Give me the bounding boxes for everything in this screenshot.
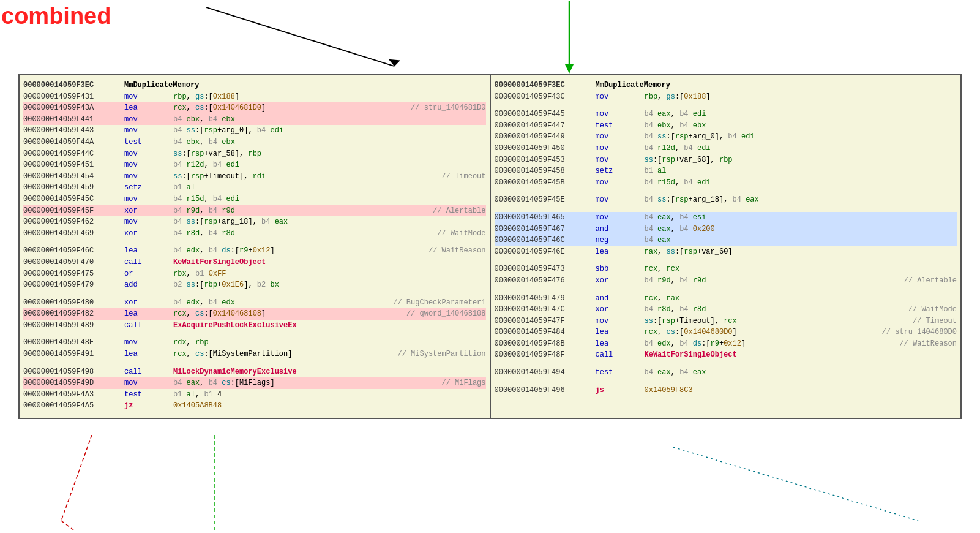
table-row: 000000014059F450movb4 r12d, b4 edi [495, 143, 957, 154]
code-addr: 000000014059F4A5 [23, 400, 124, 412]
code-addr: 000000014059F45B [495, 177, 596, 189]
code-addr: 000000014059F445 [495, 108, 596, 120]
code-operands: b4 ebx, b4 ebx [645, 120, 957, 132]
code-addr: 000000014059F462 [23, 216, 124, 228]
code-mnemonic: setz [596, 165, 645, 177]
table-row: 000000014059F445movb4 eax, b4 edi [495, 108, 957, 120]
code-operands: b4 ebx, b4 ebx [173, 114, 486, 126]
table-row [495, 206, 957, 212]
code-comment: // WaitReason [899, 338, 957, 350]
code-addr: 000000014059F441 [23, 114, 124, 126]
code-addr: 000000014059F431 [23, 91, 124, 103]
table-row: 000000014059F484learcx, cs:[0x1404680D0]… [495, 327, 957, 338]
code-mnemonic: mov [124, 159, 173, 171]
code-mnemonic: call [124, 366, 173, 378]
table-row: 000000014059F494testb4 eax, b4 eax [495, 367, 957, 379]
code-addr: 000000014059F469 [23, 228, 124, 240]
code-mnemonic: setz [124, 182, 173, 194]
code-addr: 000000014059F494 [495, 367, 596, 379]
code-comment: // Alertable [904, 275, 957, 287]
table-row: 000000014059F479andrcx, rax [495, 293, 957, 304]
table-row [495, 102, 957, 108]
code-comment: // qword_140468108 [406, 308, 486, 320]
code-operands: rbp, gs:[0x188] [173, 91, 486, 103]
table-row: 000000014059F49Dmovb4 eax, b4 cs:[MiFlag… [23, 377, 486, 389]
code-mnemonic: mov [124, 216, 173, 228]
code-operands: b4 edx, b4 ds:[r9+0x12] [173, 245, 425, 257]
left-header-addr: 000000014059F3EC [23, 80, 124, 91]
code-operands: b4 r9d, b4 r9d [173, 205, 429, 217]
code-addr: 000000014059F44C [23, 148, 124, 160]
code-operands: rcx, rax [645, 293, 957, 304]
code-addr: 000000014059F475 [23, 268, 124, 280]
code-operands: rcx, cs:[0x1404680D0] [645, 327, 878, 338]
code-addr: 000000014059F484 [495, 327, 596, 338]
table-row [23, 331, 486, 337]
table-row: 000000014059F46Elearax, ss:[rsp+var_60] [495, 246, 957, 258]
code-addr: 000000014059F43C [495, 91, 596, 103]
code-mnemonic: mov [596, 131, 645, 143]
right-header: 000000014059F3EC MmDuplicateMemory [495, 80, 957, 91]
code-mnemonic: xor [596, 304, 645, 316]
code-operands: b4 ss:[rsp+arg_0], b4 edi [173, 125, 486, 137]
code-mnemonic: and [596, 224, 645, 235]
code-mnemonic: add [124, 279, 173, 291]
code-addr: 000000014059F496 [495, 385, 596, 396]
code-operands: b4 eax, b4 eax [645, 367, 957, 379]
code-addr: 000000014059F45C [23, 194, 124, 205]
table-row: 000000014059F45Cmovb4 r15d, b4 edi [23, 194, 486, 205]
table-row: 000000014059F45Emovb4 ss:[rsp+arg_18], b… [495, 194, 957, 206]
code-mnemonic: call [124, 320, 173, 331]
code-operands: ss:[rsp+var_58], rbp [173, 148, 486, 160]
green-arrow-top [508, 0, 630, 80]
right-header-addr: 000000014059F3EC [495, 80, 596, 91]
table-row: 000000014059F44Cmovss:[rsp+var_58], rbp [23, 148, 486, 160]
page-title: combined [1, 3, 111, 29]
svg-line-5 [61, 521, 73, 530]
code-addr: 000000014059F489 [23, 320, 124, 331]
code-addr: 000000014059F473 [495, 263, 596, 275]
code-addr: 000000014059F44A [23, 137, 124, 148]
table-row: 000000014059F453movss:[rsp+var_68], rbp [495, 154, 957, 166]
code-addr: 000000014059F47F [495, 316, 596, 327]
code-mnemonic: test [124, 389, 173, 401]
code-mnemonic: lea [596, 246, 645, 258]
code-comment: // Alertable [433, 205, 485, 217]
code-addr: 000000014059F49D [23, 377, 124, 389]
code-mnemonic: xor [124, 297, 173, 309]
table-row: 000000014059F480xorb4 edx, b4 edx// BugC… [23, 297, 486, 309]
bottom-annotation-lines [0, 435, 980, 533]
code-mnemonic: lea [124, 102, 173, 114]
table-row: 000000014059F45Fxorb4 r9d, b4 r9d// Aler… [23, 205, 486, 217]
code-addr: 000000014059F48E [23, 337, 124, 349]
svg-marker-3 [565, 64, 574, 74]
left-code-rows: 000000014059F431movrbp, gs:[0x188]000000… [23, 91, 486, 412]
svg-line-7 [673, 447, 918, 521]
table-row [23, 291, 486, 297]
code-operands: rcx, cs:[MiSystemPartition] [173, 349, 394, 360]
code-mnemonic: xor [124, 228, 173, 240]
table-row: 000000014059F443movb4 ss:[rsp+arg_0], b4… [23, 125, 486, 137]
code-operands: b4 ebx, b4 ebx [173, 137, 486, 148]
code-operands: b4 eax, b4 edi [645, 108, 957, 120]
table-row: 000000014059F469xorb4 r8d, b4 r8d// Wait… [23, 228, 486, 240]
code-addr: 000000014059F447 [495, 120, 596, 132]
table-row: 000000014059F44Atestb4 ebx, b4 ebx [23, 137, 486, 148]
code-addr: 000000014059F470 [23, 257, 124, 268]
table-row: 000000014059F48FcallKeWaitForSingleObjec… [495, 349, 957, 361]
table-row: 000000014059F473sbbrcx, rcx [495, 263, 957, 275]
code-addr: 000000014059F450 [495, 143, 596, 154]
code-mnemonic: mov [596, 143, 645, 154]
code-addr: 000000014059F479 [495, 293, 596, 304]
code-addr: 000000014059F46C [23, 245, 124, 257]
table-row: 000000014059F4A3testb1 al, b1 4 [23, 389, 486, 401]
code-addr: 000000014059F45F [23, 205, 124, 217]
code-operands: b4 r8d, b4 r8d [645, 304, 905, 316]
table-row: 000000014059F449movb4 ss:[rsp+arg_0], b4… [495, 131, 957, 143]
code-operands: b4 ss:[rsp+arg_18], b4 eax [645, 194, 957, 206]
table-row: 000000014059F48Emovrdx, rbp [23, 337, 486, 349]
table-row: 000000014059F491learcx, cs:[MiSystemPart… [23, 349, 486, 360]
code-mnemonic: mov [124, 148, 173, 160]
code-mnemonic: neg [596, 235, 645, 246]
code-operands: KeWaitForSingleObject [173, 257, 486, 268]
